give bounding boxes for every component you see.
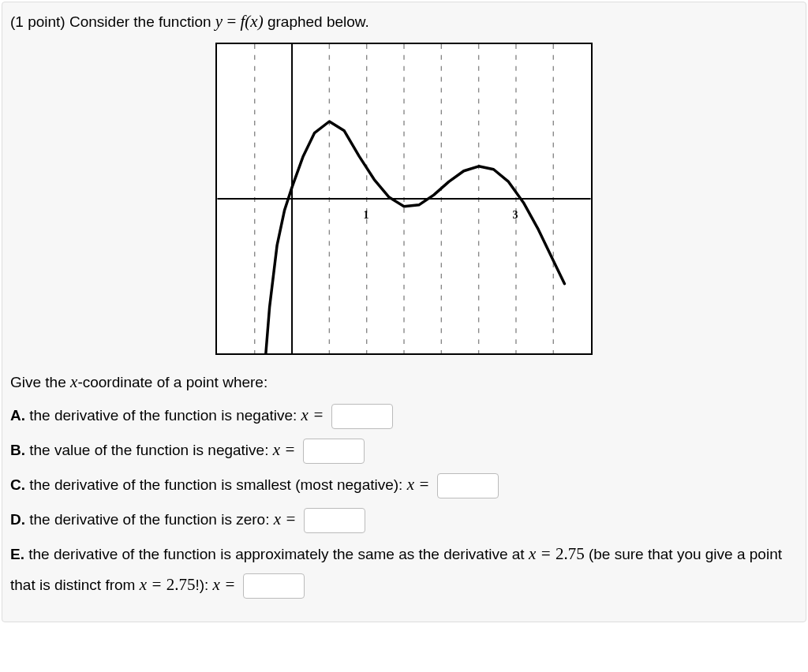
graph-svg: 1 3 bbox=[217, 44, 591, 353]
question-a: A. the derivative of the function is neg… bbox=[10, 400, 798, 431]
fx: f(x) bbox=[241, 12, 264, 31]
xeq-d: x = bbox=[274, 510, 297, 528]
label-a: A. bbox=[10, 407, 25, 424]
label-b: B. bbox=[10, 442, 25, 458]
xeq-c: x = bbox=[407, 475, 430, 494]
subprompt-prefix: Give the bbox=[10, 374, 70, 390]
val-e2: 2.75 bbox=[166, 575, 196, 594]
label-c: C. bbox=[10, 476, 25, 493]
points-label: (1 point) bbox=[10, 13, 69, 30]
answer-input-a[interactable] bbox=[331, 404, 393, 429]
xeq-e1: x = bbox=[529, 544, 556, 563]
graph-wrap: 1 3 bbox=[10, 43, 798, 358]
answer-input-b[interactable] bbox=[303, 439, 365, 464]
prompt-suffix: graphed below. bbox=[264, 13, 369, 30]
text-e-prefix: the derivative of the function is approx… bbox=[24, 546, 529, 562]
text-d: the derivative of the function is zero: bbox=[25, 511, 274, 528]
question-d: D. the derivative of the function is zer… bbox=[10, 504, 798, 536]
text-b: the value of the function is negative: bbox=[25, 442, 273, 458]
text-a: the derivative of the function is negati… bbox=[25, 407, 301, 424]
tick-label-1: 1 bbox=[364, 209, 369, 221]
function-curve bbox=[266, 121, 565, 353]
answer-input-e[interactable] bbox=[243, 573, 305, 599]
text-e-bang: !): bbox=[195, 577, 212, 593]
function-graph: 1 3 bbox=[215, 43, 593, 355]
prompt-prefix: Consider the function bbox=[69, 13, 215, 30]
subprompt: Give the x-coordinate of a point where: bbox=[10, 372, 798, 392]
x-var: x bbox=[70, 372, 77, 391]
tick-label-3: 3 bbox=[513, 209, 518, 221]
eq-sign: = bbox=[223, 12, 240, 31]
xeq-b: x = bbox=[273, 440, 296, 459]
question-e: E. the derivative of the function is app… bbox=[10, 539, 798, 602]
question-c: C. the derivative of the function is sma… bbox=[10, 469, 798, 501]
xeq-e3: x = bbox=[213, 575, 236, 594]
subprompt-suffix: -coordinate of a point where: bbox=[77, 374, 267, 390]
label-e: E. bbox=[10, 546, 24, 562]
problem-container: (1 point) Consider the function y = f(x)… bbox=[2, 2, 806, 622]
xeq-e2: x = bbox=[140, 575, 166, 594]
problem-prompt: (1 point) Consider the function y = f(x)… bbox=[10, 12, 798, 32]
question-b: B. the value of the function is negative… bbox=[10, 435, 798, 466]
answer-input-c[interactable] bbox=[437, 473, 499, 498]
y-var: y bbox=[215, 12, 223, 31]
label-d: D. bbox=[10, 511, 25, 528]
answer-input-d[interactable] bbox=[304, 508, 365, 533]
text-c: the derivative of the function is smalle… bbox=[25, 476, 407, 493]
xeq-a: x = bbox=[301, 405, 324, 424]
val-e1: 2.75 bbox=[556, 544, 585, 563]
